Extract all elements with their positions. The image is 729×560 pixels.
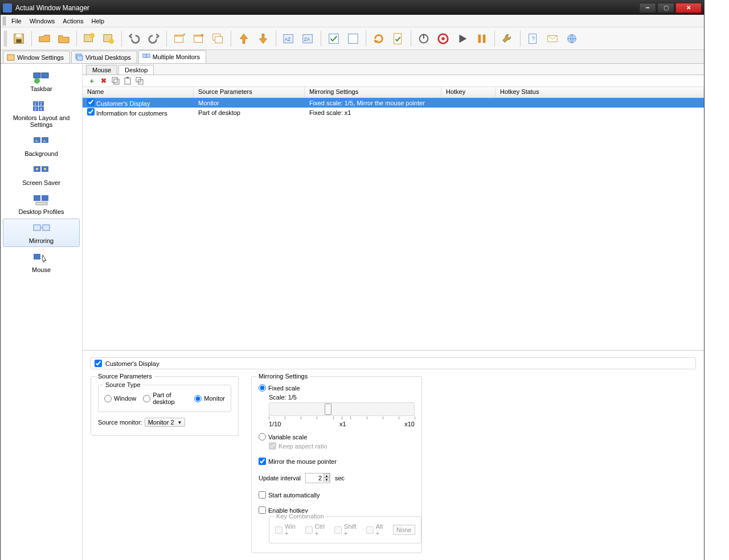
redo-button[interactable]: [145, 30, 163, 48]
svg-text:1: 1: [34, 102, 36, 106]
tab-virtual-desktops[interactable]: Virtual Desktops: [71, 51, 137, 63]
sub-tab-mouse[interactable]: Mouse: [86, 65, 117, 75]
undo-button[interactable]: [125, 30, 144, 48]
col-source-parameters[interactable]: Source Parameters: [194, 87, 305, 97]
play-button[interactable]: [453, 30, 472, 48]
sub-tab-desktop[interactable]: Desktop: [118, 65, 154, 75]
row-enable-checkbox[interactable]: [87, 108, 95, 116]
folder-button[interactable]: [55, 30, 73, 48]
minimize-button[interactable]: ━: [639, 3, 656, 13]
col-hotkey[interactable]: Hotkey: [441, 87, 495, 97]
nav-profiles[interactable]: Desktop Profiles: [3, 190, 80, 218]
table-row[interactable]: Customer's Display Monitor Fixed scale: …: [83, 98, 704, 108]
pause-button[interactable]: [473, 30, 491, 48]
spin-buttons[interactable]: ▲▼: [323, 473, 330, 481]
mirroring-icon: [32, 221, 51, 237]
tick-label-mid: x1: [339, 421, 346, 427]
settings1-button[interactable]: [80, 30, 99, 48]
col-mirroring-settings[interactable]: Mirroring Settings: [305, 87, 441, 97]
copy-window-button[interactable]: [209, 30, 227, 48]
menu-help[interactable]: Help: [87, 17, 108, 26]
sort-za-button[interactable]: ZA: [299, 30, 317, 48]
new-window-button[interactable]: +: [170, 30, 189, 48]
maximize-button[interactable]: ▢: [657, 3, 674, 13]
scale-label: Scale:: [269, 394, 286, 401]
save-button[interactable]: [10, 30, 28, 48]
nav-mirroring[interactable]: Mirroring: [3, 219, 80, 247]
check-all-button[interactable]: [325, 30, 343, 48]
kc-shift: Shift +: [334, 523, 362, 537]
source-parameters-group: Source Parameters Source Type Window Par…: [91, 376, 239, 436]
mirroring-settings-group: Mirroring Settings Fixed scale Scale: 1/…: [251, 376, 422, 553]
enable-mirror-checkbox[interactable]: [95, 360, 102, 367]
nav-screensaver[interactable]: Screen Saver: [3, 160, 80, 189]
radio-part-of-desktop[interactable]: Part of desktop: [143, 392, 187, 405]
svg-rect-19: [329, 34, 339, 43]
svg-point-6: [109, 39, 114, 44]
close-button[interactable]: ✕: [675, 3, 702, 13]
duplicate-item-button[interactable]: [135, 76, 144, 85]
delete-window-button[interactable]: ×: [190, 30, 208, 48]
scale-slider[interactable]: [269, 402, 415, 416]
radio-monitor[interactable]: Monitor: [194, 392, 225, 405]
svg-rect-61: [114, 79, 119, 84]
row-enable-checkbox[interactable]: [87, 98, 95, 106]
combo-value: Monitor 2: [148, 419, 174, 426]
radio-fixed-scale[interactable]: Fixed scale: [259, 384, 415, 392]
sort-az-button[interactable]: AZ: [280, 30, 298, 48]
power-button[interactable]: [415, 30, 433, 48]
uncheck-all-button[interactable]: [344, 30, 362, 48]
x-icon: ✖: [101, 77, 107, 85]
svg-point-25: [441, 37, 445, 40]
nav-taskbar[interactable]: Taskbar: [3, 67, 80, 95]
tab-multiple-monitors[interactable]: Multiple Monitors: [138, 50, 206, 63]
svg-text:AZ: AZ: [285, 36, 291, 42]
list-toolbar: ＋ ✖: [83, 75, 704, 87]
kc-win: Win +: [275, 523, 301, 537]
kc-alt: Alt +: [366, 523, 388, 537]
menu-file[interactable]: File: [7, 17, 26, 26]
nav-layout[interactable]: 1234 Monitors Layout and Settings: [3, 96, 80, 131]
col-hotkey-status[interactable]: Hotkey Status: [495, 87, 704, 97]
move-up-button[interactable]: [235, 30, 253, 48]
apply-button[interactable]: [389, 30, 407, 48]
check-start-automatically[interactable]: Start automatically: [259, 491, 415, 499]
svg-rect-1: [16, 34, 21, 37]
table-row[interactable]: Information for customers Part of deskto…: [83, 108, 704, 117]
paste-item-button[interactable]: [123, 76, 132, 85]
about-button[interactable]: [563, 30, 581, 48]
cell-hotkey: [441, 102, 495, 104]
col-name[interactable]: Name: [83, 87, 194, 97]
refresh-button[interactable]: [370, 30, 388, 48]
nav-mouse[interactable]: Mouse: [3, 248, 80, 276]
source-monitor-label: Source monitor:: [98, 419, 142, 426]
slider-thumb[interactable]: [325, 403, 331, 415]
radio-variable-scale[interactable]: Variable scale: [259, 433, 415, 440]
add-item-button[interactable]: ＋: [87, 76, 96, 85]
move-down-button[interactable]: [254, 30, 272, 48]
folder-open-button[interactable]: [35, 30, 54, 48]
menu-windows[interactable]: Windows: [26, 17, 59, 26]
delete-item-button[interactable]: ✖: [99, 76, 108, 85]
monitors-icon: [142, 53, 150, 61]
help-topic-button[interactable]: ?: [524, 30, 542, 48]
side-nav: Taskbar 1234 Monitors Layout and Setting…: [1, 64, 83, 560]
radio-window[interactable]: Window: [104, 392, 136, 405]
stop-button[interactable]: [434, 30, 452, 48]
svg-point-53: [44, 168, 46, 170]
nav-background[interactable]: Background: [3, 131, 80, 160]
svg-point-39: [34, 78, 40, 84]
tab-label: Virtual Desktops: [85, 54, 131, 61]
tab-window-settings[interactable]: Window Settings: [3, 51, 70, 63]
group-label: Source Parameters: [96, 373, 154, 380]
check-mirror-mouse-pointer[interactable]: Mirror the mouse pointer: [259, 458, 415, 465]
settings2-button[interactable]: [100, 30, 118, 48]
feedback-button[interactable]: [543, 30, 562, 48]
windows-stack-icon: [212, 32, 224, 45]
window-plus-icon: +: [173, 32, 186, 45]
source-monitor-combo[interactable]: Monitor 2 ▼: [145, 418, 186, 427]
tools-button[interactable]: [498, 30, 517, 48]
menu-actions[interactable]: Actions: [59, 17, 87, 26]
window-x-icon: ×: [193, 32, 205, 45]
copy-item-button[interactable]: [111, 76, 120, 85]
